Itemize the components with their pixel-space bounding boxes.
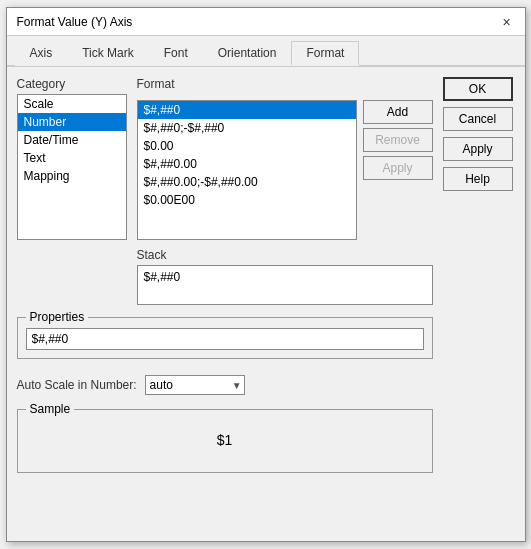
format-label: Format: [137, 77, 433, 91]
auto-scale-select[interactable]: auto none K M G: [145, 375, 245, 395]
category-item-number[interactable]: Number: [18, 113, 126, 131]
dialog-body: Category Scale Number Date/Time Text Map…: [7, 67, 525, 541]
sample-group: Sample $1: [17, 409, 433, 473]
properties-legend: Properties: [26, 310, 89, 324]
stack-section: Stack $#,##0: [17, 248, 433, 305]
title-bar: Format Value (Y) Axis ×: [7, 8, 525, 36]
tab-format[interactable]: Format: [291, 41, 359, 66]
format-list[interactable]: $#,##0 $#,##0;-$#,##0 $0.00 $#,##0.00 $#…: [137, 100, 357, 240]
category-list[interactable]: Scale Number Date/Time Text Mapping: [17, 94, 127, 240]
sample-value: $1: [26, 416, 424, 464]
add-button[interactable]: Add: [363, 100, 433, 124]
format-item-5[interactable]: $0.00E00: [138, 191, 356, 209]
tab-tickmark[interactable]: Tick Mark: [67, 41, 149, 66]
main-content: Category Scale Number Date/Time Text Map…: [17, 77, 433, 531]
tab-font[interactable]: Font: [149, 41, 203, 66]
tab-orientation[interactable]: Orientation: [203, 41, 292, 66]
format-action-buttons: Add Remove Apply: [363, 100, 433, 180]
format-item-4[interactable]: $#,##0.00;-$#,##0.00: [138, 173, 356, 191]
category-item-text[interactable]: Text: [18, 149, 126, 167]
ok-button[interactable]: OK: [443, 77, 513, 101]
format-item-1[interactable]: $#,##0;-$#,##0: [138, 119, 356, 137]
properties-input[interactable]: [26, 328, 424, 350]
apply-button[interactable]: Apply: [443, 137, 513, 161]
auto-scale-select-wrapper: auto none K M G ▼: [145, 375, 245, 395]
stack-label: Stack: [137, 248, 433, 262]
apply-format-button[interactable]: Apply: [363, 156, 433, 180]
tab-axis[interactable]: Axis: [15, 41, 68, 66]
auto-scale-label: Auto Scale in Number:: [17, 378, 137, 392]
auto-scale-row: Auto Scale in Number: auto none K M G ▼: [17, 375, 433, 395]
format-value-y-axis-dialog: Format Value (Y) Axis × Axis Tick Mark F…: [6, 7, 526, 542]
right-buttons: OK Cancel Apply Help: [443, 77, 515, 531]
category-item-mapping[interactable]: Mapping: [18, 167, 126, 185]
format-item-0[interactable]: $#,##0: [138, 101, 356, 119]
format-item-3[interactable]: $#,##0.00: [138, 155, 356, 173]
cancel-button[interactable]: Cancel: [443, 107, 513, 131]
category-item-datetime[interactable]: Date/Time: [18, 131, 126, 149]
category-label: Category: [17, 77, 127, 91]
format-item-2[interactable]: $0.00: [138, 137, 356, 155]
sample-legend: Sample: [26, 402, 75, 416]
format-section: Format $#,##0 $#,##0;-$#,##0 $0.00 $#,##…: [137, 77, 433, 240]
format-row: $#,##0 $#,##0;-$#,##0 $0.00 $#,##0.00 $#…: [137, 100, 433, 240]
category-section: Category Scale Number Date/Time Text Map…: [17, 77, 127, 240]
top-section: Category Scale Number Date/Time Text Map…: [17, 77, 433, 240]
help-button[interactable]: Help: [443, 167, 513, 191]
dialog-title: Format Value (Y) Axis: [17, 15, 133, 29]
tab-bar: Axis Tick Mark Font Orientation Format: [7, 36, 525, 67]
close-button[interactable]: ×: [499, 14, 515, 30]
stack-box: $#,##0: [137, 265, 433, 305]
category-item-scale[interactable]: Scale: [18, 95, 126, 113]
stack-value: $#,##0: [144, 270, 181, 284]
properties-group: Properties: [17, 317, 433, 359]
remove-button[interactable]: Remove: [363, 128, 433, 152]
